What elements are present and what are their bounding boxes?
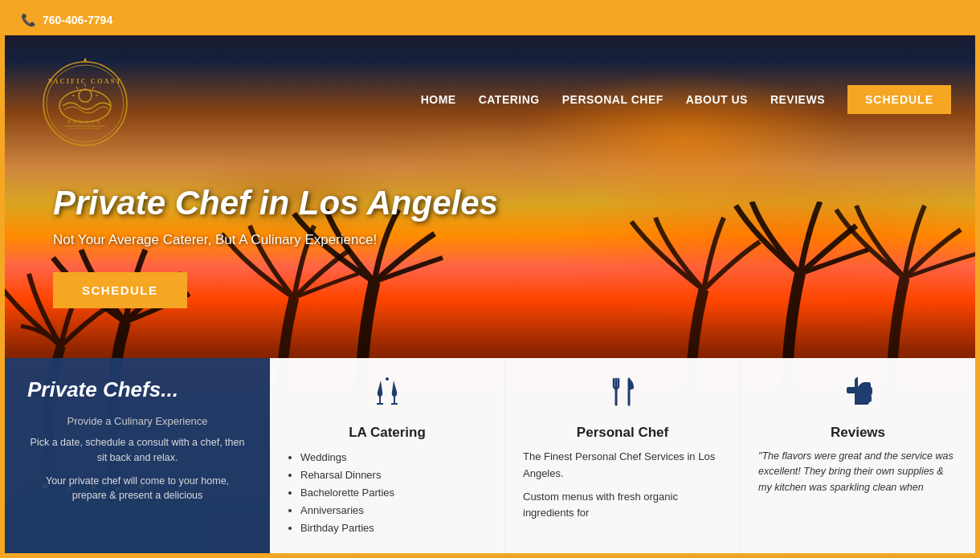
logo[interactable]: PACIFIC COAST PALATE: [29, 43, 141, 156]
top-bar: 📞 760-406-7794: [5, 5, 975, 35]
private-chefs-body: Pick a date, schedule a consult with a c…: [27, 435, 247, 466]
catering-item-4: Anniversaries: [300, 502, 394, 519]
hero-title: Private Chef in Los Angeles: [53, 184, 498, 222]
card-catering: LA Catering Weddings Reharsal Dinners Ba…: [270, 358, 505, 558]
hero-content: Private Chef in Los Angeles Not Your Ave…: [53, 184, 498, 308]
nav-home[interactable]: HOME: [421, 93, 456, 106]
catering-item-5: Birthday Parties: [300, 519, 394, 537]
reviews-quote: "The flavors were great and the service …: [758, 449, 958, 495]
nav-about-us[interactable]: ABOUT US: [686, 93, 748, 106]
catering-item-3: Bachelorette Parties: [300, 484, 394, 502]
personal-chef-text2: Custom menus with fresh organic ingredie…: [523, 489, 722, 523]
personal-chef-text: The Finest Personal Chef Services in Los…: [523, 449, 722, 483]
personal-chef-title: Personal Chef: [577, 425, 668, 441]
svg-point-11: [59, 90, 111, 122]
cards-row: Private Chefs... Provide a Culinary Expe…: [5, 358, 975, 558]
catering-item-1: Weddings: [300, 449, 394, 466]
champagne-icon-svg: [370, 374, 405, 409]
private-chefs-subtitle: Provide a Culinary Experience: [27, 415, 247, 427]
hero-schedule-button[interactable]: SCHEDULE: [53, 272, 187, 308]
card-private-chefs: Private Chefs... Provide a Culinary Expe…: [5, 358, 270, 558]
catering-icon: [370, 374, 405, 417]
card-personal-chef: Personal Chef The Finest Personal Chef S…: [505, 358, 741, 558]
svg-point-7: [43, 62, 127, 145]
svg-point-12: [79, 89, 92, 102]
catering-title: LA Catering: [349, 425, 426, 441]
svg-line-14: [92, 87, 94, 89]
nav-reviews[interactable]: REVIEWS: [770, 93, 825, 106]
navbar: PACIFIC COAST PALATE HOME CATERING PERSO…: [5, 35, 975, 164]
nav-personal-chef[interactable]: PERSONAL CHEF: [562, 93, 664, 106]
nav-links: HOME CATERING PERSONAL CHEF ABOUT US REV…: [421, 85, 951, 114]
hero-subtitle: Not Your Average Caterer, But A Culinary…: [53, 232, 498, 248]
reviews-title: Reviews: [831, 425, 885, 441]
nav-catering[interactable]: CATERING: [479, 93, 540, 106]
svg-line-16: [76, 87, 78, 89]
fork-knife-icon-svg: [605, 374, 640, 409]
private-chefs-title: Private Chefs...: [27, 377, 247, 402]
catering-list: Weddings Reharsal Dinners Bachelorette P…: [288, 449, 394, 537]
phone-icon: 📞: [21, 13, 36, 27]
hero-section: PACIFIC COAST PALATE HOME CATERING PERSO…: [5, 35, 975, 558]
svg-text:PALATE: PALATE: [67, 119, 102, 125]
reviews-icon: [840, 374, 876, 417]
private-chefs-footer: Your private chef will come to your home…: [27, 474, 247, 504]
personal-chef-icon: [605, 374, 640, 417]
logo-svg: PACIFIC COAST PALATE: [29, 43, 141, 156]
card-reviews: Reviews "The flavors were great and the …: [741, 358, 975, 558]
phone-number: 760-406-7794: [43, 14, 112, 26]
svg-text:PACIFIC COAST: PACIFIC COAST: [48, 77, 122, 85]
catering-item-2: Reharsal Dinners: [300, 466, 394, 484]
nav-schedule-button[interactable]: SCHEDULE: [847, 85, 951, 114]
thumbsup-icon-svg: [840, 374, 876, 409]
